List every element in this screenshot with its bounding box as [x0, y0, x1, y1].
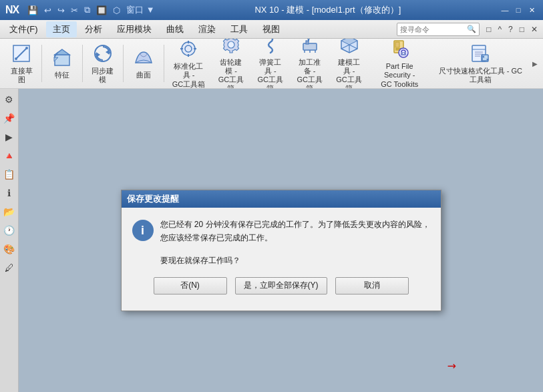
direct-sketch-button[interactable]: 直接草图 — [4, 42, 39, 85]
title-bar-left: NX 💾 ↩ ↪ ✂ ⧉ 🔲 ⬡ 窗口 ▼ — [5, 3, 157, 17]
standard-tools-label: 标准化工具 -GC工具箱 — [171, 62, 206, 89]
menu-home[interactable]: 主页 — [46, 21, 77, 37]
dim-format-label: 尺寸快速格式化工具 - GC工具箱 — [435, 67, 525, 84]
part-file-security-icon — [389, 39, 410, 59]
direct-sketch-icon — [11, 43, 32, 64]
close-icon[interactable]: ✕ — [528, 23, 540, 35]
search-icon: 🔍 — [467, 25, 476, 33]
feature-label: 特征 — [55, 71, 69, 79]
close-button[interactable]: ✕ — [526, 4, 538, 16]
svg-point-2 — [15, 57, 17, 60]
dialog-overlay: 保存更改提醒 i 您已经有 20 分钟没有保存已完成的工作了。为了降低丢失更改内… — [19, 89, 543, 392]
snap-icon[interactable]: 🔲 — [94, 5, 109, 16]
menu-file[interactable]: 文件(F) — [3, 21, 45, 37]
svg-marker-9 — [106, 49, 110, 55]
sidebar-pen-icon[interactable]: 🖊 — [1, 260, 17, 276]
yes-save-button[interactable]: 是，立即全部保存(Y) — [235, 277, 327, 295]
cancel-button[interactable]: 取消 — [335, 277, 409, 295]
sync-model-icon — [92, 43, 114, 64]
gear-model-icon — [220, 39, 242, 55]
menu-bar: 文件(F) 主页 分析 应用模块 曲线 渲染 工具 视图 🔍 □ ^ ? □ ✕ — [0, 20, 543, 39]
gear-model-label: 齿轮建模 -GC工具箱 — [217, 58, 246, 89]
hex-icon[interactable]: ⬡ — [111, 5, 122, 16]
sidebar-info-icon[interactable]: ℹ — [1, 185, 17, 201]
dialog-body: i 您已经有 20 分钟没有保存已完成的工作了。为了降低丢失更改内容的风险， 您… — [122, 208, 441, 310]
dialog-question: 要现在就保存工作吗？ — [132, 255, 430, 266]
standard-tools-icon — [178, 39, 199, 59]
redo-icon[interactable]: ↪ — [55, 5, 67, 16]
title-bar-icons: 💾 ↩ ↪ ✂ ⧉ 🔲 ⬡ 窗口 ▼ — [25, 3, 156, 17]
window-menu[interactable]: 窗口 ▼ — [124, 3, 156, 17]
main-content: 保存更改提醒 i 您已经有 20 分钟没有保存已完成的工作了。为了降低丢失更改内… — [19, 89, 543, 392]
feature-icon — [51, 47, 73, 68]
machining-prep-icon — [299, 39, 321, 55]
gear-model-button[interactable]: 齿轮建模 -GC工具箱 — [212, 42, 250, 85]
dim-format-button[interactable]: 尺寸快速格式化工具 - GC工具箱 — [431, 42, 530, 85]
spring-tools-icon — [260, 39, 281, 55]
spring-tools-label: 弹簧工具 -GC工具箱 — [256, 58, 285, 89]
menu-apps[interactable]: 应用模块 — [110, 21, 158, 37]
svg-point-11 — [182, 42, 195, 55]
surface-label: 曲面 — [136, 71, 151, 79]
sync-model-label: 同步建模 — [90, 67, 116, 84]
copy-icon[interactable]: ⧉ — [82, 4, 92, 16]
minimize-button[interactable]: — — [499, 4, 511, 16]
expand-icon[interactable]: ^ — [495, 23, 504, 35]
help-icon[interactable]: ? — [506, 23, 516, 35]
maximize-button[interactable]: □ — [512, 4, 524, 16]
sep3 — [123, 45, 124, 82]
sidebar-clock-icon[interactable]: 🕐 — [1, 222, 17, 238]
toolbar-scroll-right[interactable]: ▶ — [531, 42, 539, 85]
menu-tools[interactable]: 工具 — [224, 21, 254, 37]
menu-render[interactable]: 渲染 — [192, 21, 222, 37]
svg-rect-31 — [395, 42, 399, 47]
left-sidebar: ⚙ 📌 ▶ 🔺 📋 ℹ 📂 🕐 🎨 🖊 — [0, 89, 19, 392]
surface-button[interactable]: 曲面 — [126, 42, 161, 85]
save-icon[interactable]: 💾 — [25, 5, 40, 16]
part-file-security-label: Part File Security -GC Toolkits — [374, 62, 425, 89]
sidebar-settings-icon[interactable]: ⚙ — [1, 91, 17, 108]
svg-point-17 — [228, 41, 234, 48]
feature-button[interactable]: 特征 — [45, 42, 79, 85]
window-icon[interactable]: □ — [517, 23, 527, 35]
dim-format-icon — [470, 43, 491, 64]
toolbar: 直接草图 特征 同步建模 — [0, 39, 543, 89]
search-box[interactable]: 🔍 — [397, 23, 480, 36]
sidebar-folder-icon[interactable]: 📂 — [1, 204, 17, 220]
svg-rect-18 — [303, 43, 317, 50]
undo-icon[interactable]: ↩ — [42, 5, 53, 16]
dialog-titlebar: 保存更改提醒 — [122, 190, 441, 208]
part-file-security-button[interactable]: Part File Security -GC Toolkits — [369, 42, 429, 85]
menu-view[interactable]: 视图 — [256, 21, 287, 37]
sync-model-button[interactable]: 同步建模 — [85, 42, 120, 85]
sep2 — [82, 45, 83, 82]
title-text: NX 10 - 建模 - [model1.prt（修改的）] — [157, 4, 499, 16]
sidebar-palette-icon[interactable]: 🎨 — [1, 241, 17, 257]
fullscreen-icon[interactable]: □ — [484, 23, 494, 35]
save-reminder-dialog: 保存更改提醒 i 您已经有 20 分钟没有保存已完成的工作了。为了降低丢失更改内… — [121, 190, 441, 311]
machining-prep-label: 加工准备 -GC工具箱 — [295, 58, 324, 89]
menu-curve[interactable]: 曲线 — [160, 21, 190, 37]
spring-tools-button[interactable]: 弹簧工具 -GC工具箱 — [251, 42, 289, 85]
cut-icon[interactable]: ✂ — [69, 5, 80, 16]
sidebar-triangle-icon[interactable]: 🔺 — [1, 148, 17, 164]
menu-bar-right-icons: □ ^ ? □ ✕ — [484, 23, 540, 35]
no-button[interactable]: 否(N) — [154, 277, 227, 295]
svg-point-3 — [25, 47, 28, 49]
sidebar-clipboard-icon[interactable]: 📋 — [1, 166, 17, 182]
direct-sketch-label: 直接草图 — [9, 67, 34, 84]
search-input[interactable] — [400, 25, 467, 33]
machining-prep-button[interactable]: 加工准备 -GC工具箱 — [291, 42, 329, 85]
title-bar: NX 💾 ↩ ↪ ✂ ⧉ 🔲 ⬡ 窗口 ▼ NX 10 - 建模 - [mode… — [0, 0, 543, 20]
svg-marker-10 — [96, 52, 100, 57]
sidebar-pin-icon[interactable]: 📌 — [1, 110, 17, 126]
standard-tools-button[interactable]: 标准化工具 -GC工具箱 — [166, 42, 210, 85]
svg-point-36 — [403, 53, 404, 54]
menu-analysis[interactable]: 分析 — [78, 21, 109, 37]
dialog-title: 保存更改提醒 — [127, 193, 179, 205]
dialog-message-text: 您已经有 20 分钟没有保存已完成的工作了。为了降低丢失更改内容的风险， 您应该… — [160, 218, 430, 244]
nx-logo: NX — [5, 4, 19, 16]
model-tools-icon — [339, 39, 360, 55]
sidebar-play-icon[interactable]: ▶ — [1, 129, 17, 145]
model-tools-button[interactable]: 建模工具 -GC工具箱 — [330, 42, 368, 85]
